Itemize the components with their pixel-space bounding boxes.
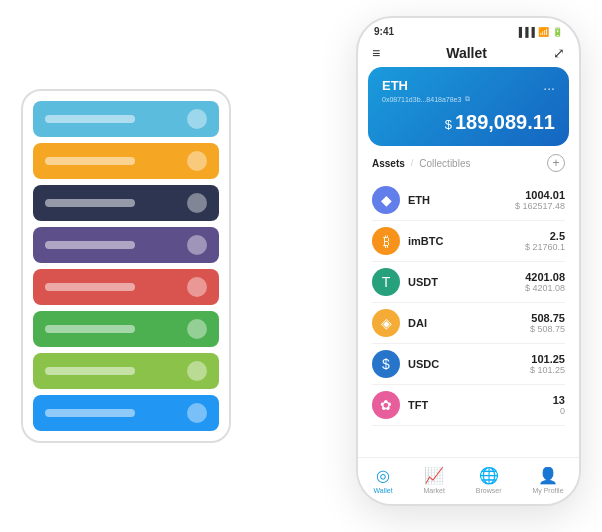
asset-icon-usdt: T — [372, 268, 400, 296]
asset-name: ETH — [408, 194, 515, 206]
asset-amounts: 508.75$ 508.75 — [530, 312, 565, 334]
eth-card-more[interactable]: ... — [543, 77, 555, 93]
status-time: 9:41 — [374, 26, 394, 37]
nav-label-my-profile: My Profile — [532, 487, 563, 494]
bottom-nav: ◎Wallet📈Market🌐Browser👤My Profile — [358, 457, 579, 504]
asset-amount-usd: $ 508.75 — [530, 324, 565, 334]
asset-amounts: 1004.01$ 162517.48 — [515, 189, 565, 211]
asset-amount-usd: 0 — [553, 406, 565, 416]
menu-icon[interactable]: ≡ — [372, 45, 380, 61]
tab-divider: / — [411, 158, 414, 168]
stack-card[interactable] — [33, 269, 219, 305]
nav-icon-market: 📈 — [424, 466, 444, 485]
nav-item-market[interactable]: 📈Market — [424, 466, 445, 494]
stack-card[interactable] — [33, 143, 219, 179]
eth-card-title: ETH — [382, 78, 408, 93]
eth-card-header: ETH ... — [382, 77, 555, 93]
stack-card[interactable] — [33, 311, 219, 347]
asset-icon-eth: ◆ — [372, 186, 400, 214]
status-bar: 9:41 ▐▐▐ 📶 🔋 — [358, 18, 579, 41]
eth-card-amount: $189,089.11 — [382, 111, 555, 134]
add-asset-button[interactable]: + — [547, 154, 565, 172]
asset-amounts: 4201.08$ 4201.08 — [525, 271, 565, 293]
nav-icon-my-profile: 👤 — [538, 466, 558, 485]
assets-header: Assets / Collectibles + — [372, 154, 565, 172]
nav-item-wallet[interactable]: ◎Wallet — [373, 466, 392, 494]
asset-amount-main: 4201.08 — [525, 271, 565, 283]
asset-amount-main: 508.75 — [530, 312, 565, 324]
asset-row[interactable]: ₿imBTC2.5$ 21760.1 — [372, 221, 565, 262]
asset-amount-usd: $ 101.25 — [530, 365, 565, 375]
asset-amount-usd: $ 21760.1 — [525, 242, 565, 252]
nav-item-my-profile[interactable]: 👤My Profile — [532, 466, 563, 494]
stack-card[interactable] — [33, 353, 219, 389]
asset-name: imBTC — [408, 235, 525, 247]
status-icons: ▐▐▐ 📶 🔋 — [516, 27, 563, 37]
eth-card[interactable]: ETH ... 0x08711d3b...8418a78e3 ⧉ $189,08… — [368, 67, 569, 146]
signal-icon: ▐▐▐ — [516, 27, 535, 37]
nav-item-browser[interactable]: 🌐Browser — [476, 466, 502, 494]
asset-icon-dai: ◈ — [372, 309, 400, 337]
stack-card[interactable] — [33, 185, 219, 221]
asset-amount-main: 101.25 — [530, 353, 565, 365]
asset-row[interactable]: $USDC101.25$ 101.25 — [372, 344, 565, 385]
assets-tabs: Assets / Collectibles — [372, 158, 470, 169]
stack-card[interactable] — [33, 227, 219, 263]
asset-name: TFT — [408, 399, 553, 411]
asset-amounts: 2.5$ 21760.1 — [525, 230, 565, 252]
asset-amount-usd: $ 4201.08 — [525, 283, 565, 293]
phone-header: ≡ Wallet ⤢ — [358, 41, 579, 67]
expand-icon[interactable]: ⤢ — [553, 45, 565, 61]
battery-icon: 🔋 — [552, 27, 563, 37]
asset-name: USDT — [408, 276, 525, 288]
asset-name: DAI — [408, 317, 530, 329]
asset-amounts: 130 — [553, 394, 565, 416]
asset-amount-main: 2.5 — [525, 230, 565, 242]
tab-assets[interactable]: Assets — [372, 158, 405, 169]
asset-name: USDC — [408, 358, 530, 370]
asset-row[interactable]: ◈DAI508.75$ 508.75 — [372, 303, 565, 344]
asset-amounts: 101.25$ 101.25 — [530, 353, 565, 375]
nav-label-market: Market — [424, 487, 445, 494]
wifi-icon: 📶 — [538, 27, 549, 37]
asset-list: ◆ETH1004.01$ 162517.48₿imBTC2.5$ 21760.1… — [372, 180, 565, 426]
nav-label-wallet: Wallet — [373, 487, 392, 494]
nav-icon-wallet: ◎ — [376, 466, 390, 485]
nav-icon-browser: 🌐 — [479, 466, 499, 485]
phone-mockup: 9:41 ▐▐▐ 📶 🔋 ≡ Wallet ⤢ ETH ... 0x08711d… — [356, 16, 581, 506]
card-stack — [21, 89, 231, 443]
asset-row[interactable]: TUSDT4201.08$ 4201.08 — [372, 262, 565, 303]
assets-section: Assets / Collectibles + ◆ETH1004.01$ 162… — [358, 154, 579, 457]
header-title: Wallet — [446, 45, 487, 61]
nav-label-browser: Browser — [476, 487, 502, 494]
scene: 9:41 ▐▐▐ 📶 🔋 ≡ Wallet ⤢ ETH ... 0x08711d… — [21, 16, 581, 516]
tab-collectibles[interactable]: Collectibles — [419, 158, 470, 169]
asset-amount-main: 13 — [553, 394, 565, 406]
asset-row[interactable]: ◆ETH1004.01$ 162517.48 — [372, 180, 565, 221]
currency-symbol: $ — [445, 117, 452, 132]
asset-icon-usdc: $ — [372, 350, 400, 378]
eth-card-address: 0x08711d3b...8418a78e3 ⧉ — [382, 95, 555, 103]
asset-amount-usd: $ 162517.48 — [515, 201, 565, 211]
stack-card[interactable] — [33, 101, 219, 137]
asset-icon-tft: ✿ — [372, 391, 400, 419]
asset-icon-imbtc: ₿ — [372, 227, 400, 255]
asset-amount-main: 1004.01 — [515, 189, 565, 201]
stack-card[interactable] — [33, 395, 219, 431]
asset-row[interactable]: ✿TFT130 — [372, 385, 565, 426]
